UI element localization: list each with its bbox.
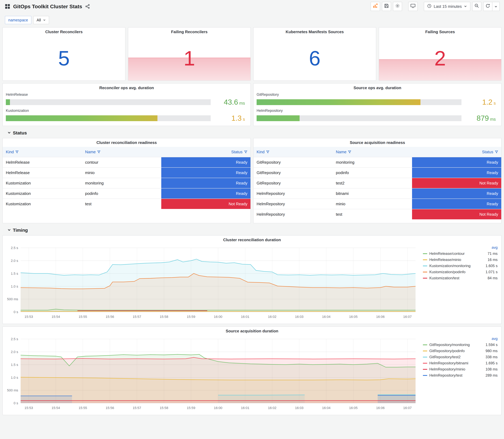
legend-item-gitrepository-monitoring[interactable]: GitRepository/monitoring1.594 s [423, 342, 498, 348]
svg-text:16:02: 16:02 [268, 406, 276, 410]
column-header-status[interactable]: Status [412, 147, 501, 157]
legend-item-gitrepository-podinfo[interactable]: GitRepository/podinfo980 ms [423, 348, 498, 354]
status-badge: Ready [161, 188, 250, 198]
status-badge: Ready [412, 199, 501, 209]
chart-canvas[interactable]: 0 s500 ms1.0 s1.5 s2.0 s2.5 s15:5315:541… [4, 245, 419, 321]
svg-text:2.5 s: 2.5 s [11, 246, 18, 250]
table-cell: bitnami [333, 188, 412, 198]
refresh-button[interactable] [483, 2, 492, 11]
svg-text:16:03: 16:03 [295, 406, 303, 410]
column-header-status[interactable]: Status [161, 147, 250, 157]
column-header-name[interactable]: Name [82, 147, 161, 157]
stat-value: 6 [254, 36, 376, 80]
series-color-dash [423, 357, 427, 357]
panel-failing-reconcilers: Failing Reconcilers1 [128, 27, 251, 81]
gauge-row-kustomization: Kustomization1.3 s [3, 109, 250, 122]
svg-text:15:53: 15:53 [25, 315, 33, 319]
series-color-dash [423, 259, 427, 260]
legend-item-kustomization-podinfo[interactable]: Kustomization/podinfo1.071 s [423, 269, 498, 275]
share-icon[interactable] [85, 4, 90, 9]
panel-title: Cluster reconciliation duration [3, 236, 501, 244]
gauge-label: GitRepository [257, 92, 498, 97]
series-color-dash [423, 266, 427, 266]
tv-icon [410, 3, 416, 10]
column-header-kind[interactable]: Kind [3, 147, 82, 157]
panel-source-acquisition-readiness: Source acquisition readinessKindNameStat… [253, 138, 502, 223]
svg-text:16:05: 16:05 [349, 315, 357, 319]
dashboard-settings-button[interactable] [393, 2, 402, 11]
filter-icon[interactable] [244, 150, 247, 154]
variable-value-text: All [37, 18, 41, 22]
legend-item-helmrepository-bitnami[interactable]: HelmRepository/bitnami1.695 s [423, 360, 498, 366]
panel-title: Cluster Reconcilers [3, 27, 125, 36]
chevron-down-icon [43, 18, 46, 22]
dashboard-body: Cluster Reconcilers5Failing Reconcilers1… [0, 27, 504, 420]
tv-mode-button[interactable] [408, 2, 418, 11]
status-badge: Ready [161, 157, 250, 167]
legend-item-kustomization-test[interactable]: Kustomization/test84 ms [423, 275, 498, 281]
gauge-value: 879 ms [466, 114, 498, 122]
legend-item-helmrelease-contour[interactable]: HelmRelease/contour71 ms [423, 251, 498, 257]
time-range-picker[interactable]: Last 15 minutes [424, 2, 470, 11]
legend-item-helmrepository-minio[interactable]: HelmRepository/minio108 ms [423, 366, 498, 372]
status-badge: Not Ready [161, 199, 250, 209]
svg-text:15:55: 15:55 [79, 406, 87, 410]
svg-text:16:02: 16:02 [268, 315, 276, 319]
table-row: KustomizationmonitoringReady [3, 178, 250, 188]
legend-item-kustomization-monitoring[interactable]: Kustomization/monitoring1.605 s [423, 263, 498, 269]
chart-canvas[interactable]: 0 s500 ms1.0 s1.5 s2.0 s2.5 s15:5315:541… [4, 336, 419, 412]
svg-text:0 s: 0 s [14, 401, 18, 405]
series-color-dash [423, 344, 427, 345]
variable-namespace-value[interactable]: All [33, 16, 49, 24]
gauge-value: 1.2 s [466, 98, 498, 106]
svg-text:15:59: 15:59 [187, 315, 195, 319]
zoom-out-icon [474, 3, 479, 9]
refresh-icon [485, 3, 490, 9]
series-color-dash [423, 253, 427, 254]
save-dashboard-button[interactable] [382, 2, 391, 11]
svg-text:1.0 s: 1.0 s [11, 284, 18, 288]
table-header-row: KindNameStatus [3, 147, 250, 157]
filter-icon[interactable] [266, 150, 270, 154]
svg-text:500 ms: 500 ms [7, 297, 18, 301]
section-timing[interactable]: Timing [2, 223, 502, 233]
chart-legend: avgGitRepository/monitoring1.594 sGitRep… [419, 336, 499, 412]
panel-cluster-reconcilers: Cluster Reconcilers5 [2, 27, 125, 81]
table-cell: HelmRelease [3, 168, 82, 178]
filter-icon[interactable] [348, 150, 351, 154]
panel-cluster-reconciliation-readiness: Cluster reconciliation readinessKindName… [2, 138, 251, 223]
apps-icon[interactable] [5, 4, 10, 9]
svg-text:15:58: 15:58 [160, 406, 168, 410]
panel-title: Failing Sources [379, 27, 501, 36]
panel-failing-sources: Failing Sources2 [379, 27, 502, 81]
filter-icon[interactable] [15, 150, 19, 154]
filter-icon[interactable] [97, 150, 100, 154]
table-cell: Kustomization [3, 199, 82, 209]
section-status[interactable]: Status [2, 126, 502, 135]
svg-text:16:07: 16:07 [403, 315, 412, 319]
table-cell: HelmRepository [254, 188, 333, 198]
table-cell: Kustomization [3, 178, 82, 188]
legend-item-helmrepository-test[interactable]: HelmRepository/test289 ms [423, 372, 498, 378]
gauge-bar-fill [6, 99, 10, 105]
table-cell: HelmRepository [254, 209, 333, 219]
svg-text:15:55: 15:55 [79, 315, 87, 319]
svg-text:16:00: 16:00 [214, 315, 222, 319]
legend-item-gitrepository-test2[interactable]: GitRepository/test2338 ms [423, 354, 498, 360]
tables-row: Cluster reconciliation readinessKindName… [2, 138, 502, 223]
table-row: KustomizationtestNot Ready [3, 198, 250, 209]
column-header-kind[interactable]: Kind [254, 147, 333, 157]
variable-namespace-label[interactable]: namespace [5, 16, 31, 24]
gauge-bar-track [6, 115, 211, 121]
svg-text:15:54: 15:54 [51, 315, 60, 319]
table-row: GitRepositorymonitoringReady [254, 157, 501, 167]
svg-text:1.0 s: 1.0 s [11, 376, 18, 379]
filter-icon[interactable] [495, 150, 498, 154]
column-header-name[interactable]: Name [333, 147, 412, 157]
legend-avg-header: avg [423, 245, 498, 251]
add-panel-button[interactable] [370, 2, 380, 11]
zoom-out-button[interactable] [472, 2, 481, 11]
refresh-interval-dropdown[interactable] [492, 2, 500, 11]
legend-item-helmrelease-minio[interactable]: HelmRelease/minio16 ms [423, 257, 498, 263]
svg-text:15:57: 15:57 [133, 315, 141, 319]
